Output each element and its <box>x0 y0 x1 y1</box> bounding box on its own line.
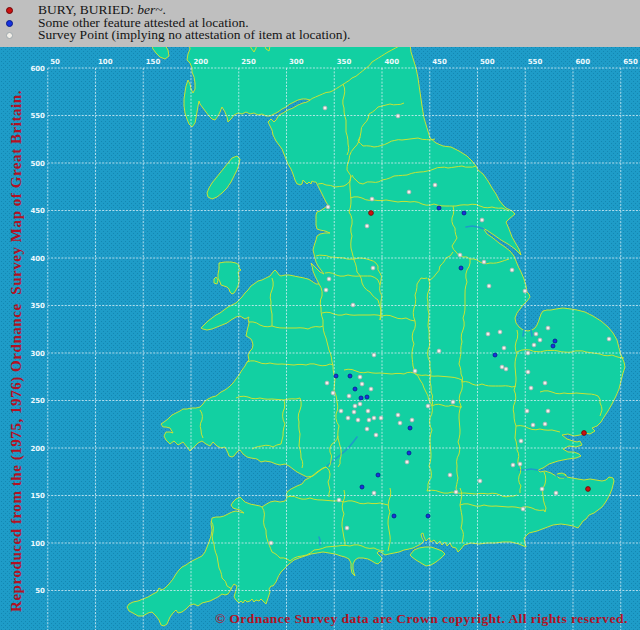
survey-point-dot <box>410 418 414 422</box>
grid-label-left: 250 <box>30 397 45 405</box>
other-feature-dot <box>334 374 338 378</box>
grid-label-top: 350 <box>337 58 352 66</box>
survey-point-dot <box>326 205 330 209</box>
grid-label-top: 450 <box>432 58 447 66</box>
survey-point-dot <box>323 106 327 110</box>
grid-label-left: 50 <box>35 587 45 595</box>
other-feature-dot <box>392 514 396 518</box>
survey-point-dot <box>327 277 331 281</box>
survey-point-dot <box>543 422 547 426</box>
survey-point-dot <box>538 338 542 342</box>
blue-marker-icon <box>6 20 13 27</box>
grid-label-top: 400 <box>385 58 400 66</box>
legend: BURY, BURIED: ber~.Some other feature at… <box>0 0 640 47</box>
grid-label-top: 600 <box>576 58 591 66</box>
survey-point-dot <box>269 541 273 545</box>
survey-point-dot <box>372 353 376 357</box>
grid-label-top: 500 <box>480 58 495 66</box>
survey-point-dot <box>607 337 611 341</box>
survey-point-dot <box>502 346 506 350</box>
grid-label-left: 200 <box>30 445 45 453</box>
river <box>531 330 532 336</box>
other-feature-dot <box>365 395 369 399</box>
survey-point-dot <box>511 463 515 467</box>
survey-point-dot <box>353 404 357 408</box>
survey-point-dot <box>352 410 356 414</box>
legend-item: Survey Point (implying no attestation of… <box>0 30 640 43</box>
survey-point-dot <box>347 394 351 398</box>
survey-point-dot <box>531 423 535 427</box>
survey-point-dot <box>405 460 409 464</box>
survey-point-dot <box>372 416 376 420</box>
other-feature-dot <box>437 206 441 210</box>
survey-point-dot <box>529 386 533 390</box>
other-feature-dot <box>462 211 466 215</box>
other-feature-dot <box>376 473 380 477</box>
grid-label-left: 600 <box>30 65 45 73</box>
survey-point-dot <box>487 284 491 288</box>
grid-label-left: 450 <box>30 207 45 215</box>
grid-label-top: 550 <box>528 58 543 66</box>
survey-point-dot <box>526 370 530 374</box>
survey-point-dot <box>451 400 455 404</box>
survey-point-dot <box>448 473 452 477</box>
grid-label-left: 350 <box>30 302 45 310</box>
survey-point-dot <box>325 381 329 385</box>
grid-label-left: 150 <box>30 492 45 500</box>
survey-point-dot <box>504 367 508 371</box>
survey-point-dot <box>532 343 536 347</box>
survey-point-dot <box>534 332 538 336</box>
survey-point-dot <box>351 303 355 307</box>
bury-buried-dot <box>586 487 591 492</box>
survey-point-dot <box>396 413 400 417</box>
other-feature-dot <box>408 426 412 430</box>
legend-label: Survey Point (implying no attestation of… <box>38 27 350 43</box>
grid-label-top: 300 <box>289 58 304 66</box>
survey-point-dot <box>486 332 490 336</box>
grid-label-left: 100 <box>30 540 45 548</box>
survey-point-dot <box>478 479 482 483</box>
copyright-note: © Ordnance Survey data are Crown copyrig… <box>215 611 628 627</box>
other-feature-dot <box>407 451 411 455</box>
survey-point-dot <box>426 404 430 408</box>
map-frame: BURY, BURIED: ber~.Some other feature at… <box>0 0 640 630</box>
survey-point-dot <box>480 218 484 222</box>
survey-point-dot <box>358 375 362 379</box>
survey-point-dot <box>458 253 462 257</box>
survey-point-dot <box>554 491 558 495</box>
grid-label-left: 300 <box>30 350 45 358</box>
bury-buried-dot <box>369 211 374 216</box>
survey-point-dot <box>358 402 362 406</box>
other-feature-dot <box>426 514 430 518</box>
other-feature-dot <box>459 266 463 270</box>
survey-point-dot <box>396 114 400 118</box>
survey-point-dot <box>407 190 411 194</box>
survey-point-dot <box>519 439 523 443</box>
survey-point-dot <box>546 409 550 413</box>
survey-point-dot <box>366 409 370 413</box>
survey-point-dot <box>433 183 437 187</box>
survey-point-dot <box>540 487 544 491</box>
survey-point-dot <box>374 433 378 437</box>
survey-point-dot <box>345 526 349 530</box>
survey-point-dot <box>546 326 550 330</box>
survey-point-dot <box>379 416 383 420</box>
bury-buried-dot <box>582 431 587 436</box>
survey-point-dot <box>346 416 350 420</box>
survey-point-dot <box>543 381 547 385</box>
survey-point-dot <box>498 330 502 334</box>
survey-point-dot <box>324 288 328 292</box>
survey-point-dot <box>518 462 522 466</box>
survey-point-dot <box>398 421 402 425</box>
other-feature-dot <box>359 396 363 400</box>
survey-point-dot <box>523 289 527 293</box>
white-marker-icon <box>6 32 13 39</box>
survey-point-dot <box>437 349 441 353</box>
survey-point-dot <box>369 387 373 391</box>
survey-map: 5010015020025030035040045050055060065060… <box>0 47 640 630</box>
survey-point-dot <box>337 498 341 502</box>
side-note: Reproduced from the (1975, 1976) Ordnanc… <box>8 90 25 612</box>
survey-point-dot <box>525 409 529 413</box>
survey-point-dot <box>367 418 371 422</box>
grid-label-top: 200 <box>194 58 209 66</box>
